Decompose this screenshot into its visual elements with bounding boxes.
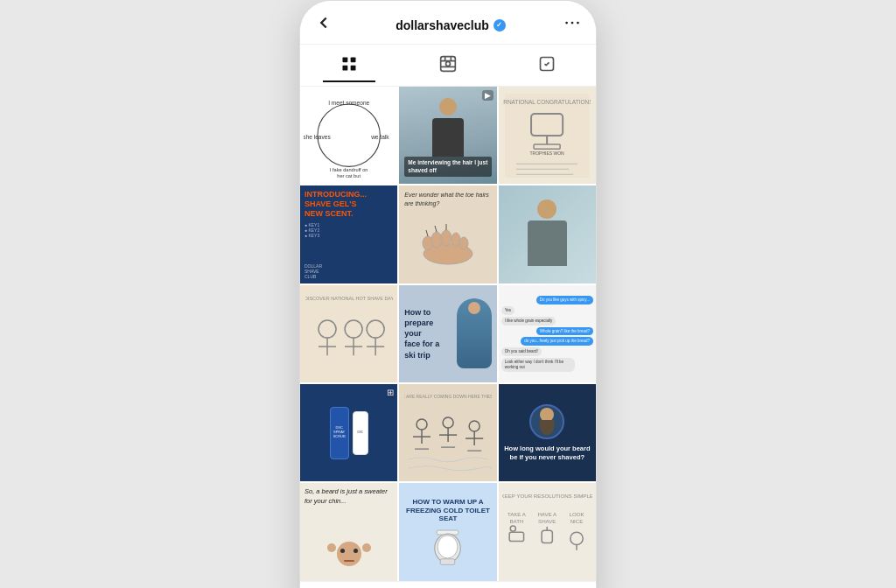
more-options-button[interactable] [563,13,582,37]
svg-text:DISCOVER NATIONAL HOT SHAVE DA: DISCOVER NATIONAL HOT SHAVE DAY [305,296,393,301]
svg-line-35 [426,230,428,236]
tab-reels[interactable] [422,52,474,82]
svg-rect-6 [351,66,356,71]
svg-text:KEEP YOUR RESOLUTIONS SIMPLE: KEEP YOUR RESOLUTIONS SIMPLE [502,493,592,499]
post-1-diagram[interactable]: I meet someone we talk I fake dandruff o… [300,87,397,184]
svg-point-45 [367,320,384,338]
svg-point-1 [571,22,574,24]
back-button[interactable] [314,13,339,37]
post-5-toe-hairs[interactable]: Ever wonder what the toe hairs are think… [399,186,496,283]
svg-text:SHAVE: SHAVE [538,518,556,524]
svg-text:TAKE A: TAKE A [508,511,527,517]
profile-tabs [300,45,596,87]
post-8-ski-trip[interactable]: How toprepare yourface for aski trip [399,285,496,382]
svg-point-8 [445,62,450,66]
svg-text:LOOK: LOOK [570,511,585,517]
posts-grid: I meet someone we talk I fake dandruff o… [300,87,596,581]
verified-badge: ✓ [494,19,506,32]
post-9-chat[interactable]: Do you like guys with spicy... Yes I lik… [499,285,596,382]
post-2-man-interview[interactable]: Me interviewing the hair I just shaved o… [399,87,496,184]
tab-tagged[interactable] [521,52,573,82]
post-4-shave-gel[interactable]: INTRODUCING...SHAVE GEL'SNEW SCENT. ● KE… [300,186,397,283]
svg-point-64 [438,536,458,558]
svg-point-39 [318,320,336,338]
svg-rect-5 [343,66,348,71]
svg-point-34 [459,237,468,249]
chat-bubbles: Do you like guys with spicy... Yes I lik… [499,285,596,382]
chat-bubble-4: Whole grain? like the bread? [536,327,593,336]
svg-text:her cat but: her cat but [337,173,360,178]
svg-text:BATH: BATH [510,518,524,524]
svg-text:THE INTERNATIONAL CONGRATULATI: THE INTERNATIONAL CONGRATULATIONS SALUTE [503,99,591,105]
svg-text:NICE: NICE [570,518,584,524]
svg-rect-3 [343,58,348,63]
svg-point-42 [345,320,362,338]
post-3-international[interactable]: THE INTERNATIONAL CONGRATULATIONS SALUTE… [499,87,596,184]
svg-point-31 [431,232,442,248]
username-text: dollarshaveclub [396,18,489,32]
post-12-beard-length[interactable]: How long would your beard be if you neve… [499,384,596,481]
svg-rect-65 [441,559,455,565]
profile-header: dollarshaveclub ✓ [300,1,596,45]
multi-badge-10: ⊞ [387,388,394,397]
posts-grid-container[interactable]: I meet someone we talk I fake dandruff o… [300,87,596,581]
svg-rect-69 [509,532,523,541]
post-13-sweater-chin[interactable]: So, a beard is just a sweater for your c… [300,483,397,580]
chat-bubble-6: Oh you said beard! [501,347,542,356]
svg-text:TROPHIES WON: TROPHIES WON [530,150,565,156]
post-10-scrub-product[interactable]: DSCSPRAYSCRUB DSC ⊞ [300,384,397,481]
video-badge-2: ▶ [482,90,494,101]
chat-bubble-2: Yes [501,306,514,315]
svg-point-49 [416,419,427,430]
svg-point-0 [565,22,568,24]
svg-point-53 [443,417,453,428]
chat-bubble-3: I like whole grain especially [501,317,556,326]
svg-text:I meet someone: I meet someone [328,100,369,106]
svg-point-70 [510,526,515,531]
svg-text:she leaves: she leaves [304,134,331,140]
post-14-toilet[interactable]: HOW TO WARM UP A FREEZING COLD TOILET SE… [399,483,496,580]
svg-point-61 [540,408,554,422]
svg-rect-7 [441,57,456,72]
svg-rect-73 [542,530,552,542]
chat-bubble-5: do you...freely just pick up the bread? [521,337,593,346]
svg-point-77 [570,532,583,544]
chat-bubble-7: Look either way I don't think I'll be wo… [501,358,575,372]
post-7-illustration[interactable]: DISCOVER NATIONAL HOT SHAVE DAY [300,285,397,382]
svg-text:we talk: we talk [370,134,389,140]
chat-bubble-1: Do you like guys with spicy... [536,296,593,304]
svg-point-32 [441,230,452,246]
svg-text:HAVE A: HAVE A [537,511,557,517]
svg-text:PEOPLE ARE REALLY COMING DOWN : PEOPLE ARE REALLY COMING DOWN HERE THESE… [404,394,492,399]
post-6-man-grey[interactable] [499,186,596,283]
svg-line-36 [435,226,437,232]
svg-rect-4 [351,58,356,63]
svg-text:I fake dandruff on: I fake dandruff on [330,167,368,172]
post-15-resolutions[interactable]: KEEP YOUR RESOLUTIONS SIMPLE TAKE A BATH… [499,483,596,580]
svg-point-33 [452,233,460,247]
svg-point-57 [469,421,480,431]
svg-point-2 [577,22,579,24]
bottom-navigation [300,581,596,588]
post-11-skiing-cartoon[interactable]: PEOPLE ARE REALLY COMING DOWN HERE THESE… [399,384,496,481]
tab-grid[interactable] [323,52,375,82]
phone-frame: dollarshaveclub ✓ [299,0,597,588]
profile-username-area: dollarshaveclub ✓ [396,18,506,32]
